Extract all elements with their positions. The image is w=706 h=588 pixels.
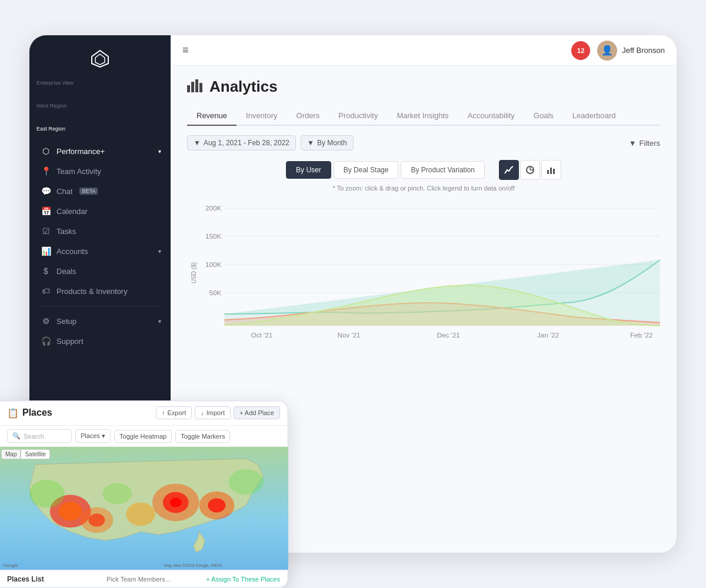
export-icon: ↑ <box>162 409 165 416</box>
places-footer: Places List + Assign To These Places <box>0 570 288 588</box>
svg-rect-11 <box>553 169 555 174</box>
svg-text:USD ($): USD ($) <box>191 262 197 283</box>
sidebar-item-calendar[interactable]: 📅 Calendar <box>29 201 171 221</box>
main-device: Enterprise View West Region East Region … <box>29 35 677 553</box>
page-title: Analytics <box>187 78 660 96</box>
tab-accountability[interactable]: Accountability <box>458 106 524 126</box>
analytics-title: Analytics <box>209 78 278 96</box>
analytics-tabs: Revenue Inventory Orders Productivity Ma… <box>187 106 660 126</box>
sidebar-item-support[interactable]: 🎧 Support <box>29 331 171 351</box>
sidebar-item-performance[interactable]: ⬡ Performance+ ▾ <box>29 141 171 161</box>
east-region[interactable]: East Region <box>36 126 171 132</box>
team-members-input[interactable] <box>106 576 201 583</box>
places-title-label: Places <box>22 407 52 418</box>
notification-badge: 12 <box>571 41 590 60</box>
user-menu-button[interactable]: 👤 Jeff Bronson <box>597 41 665 61</box>
tab-productivity[interactable]: Productivity <box>329 106 387 126</box>
enterprise-region[interactable]: Enterprise View <box>36 80 171 86</box>
sidebar-item-accounts[interactable]: 📊 Accounts ▾ <box>29 241 171 261</box>
products-icon: 🏷 <box>41 286 51 296</box>
filters-button[interactable]: ▼ Filters <box>629 139 660 148</box>
menu-toggle-button[interactable]: ≡ <box>182 44 189 56</box>
places-search[interactable]: 🔍 Search <box>7 429 72 443</box>
logo-icon <box>89 48 111 69</box>
accounts-icon: 📊 <box>41 246 51 256</box>
period-filter-label: By Month <box>317 139 347 147</box>
by-product-button[interactable]: By Product Variation <box>401 161 485 179</box>
tab-leaderboard[interactable]: Leaderboard <box>563 106 625 126</box>
chevron-down-icon: ▾ <box>158 318 161 325</box>
performance-icon: ⬡ <box>41 146 51 156</box>
assign-button[interactable]: + Assign To These Places <box>206 576 280 583</box>
places-map: Map Satellite <box>0 447 288 570</box>
bar-chart-button[interactable] <box>541 160 561 180</box>
sidebar-item-tasks[interactable]: ☑ Tasks <box>29 221 171 241</box>
add-place-button[interactable]: + Add Place <box>234 406 280 419</box>
tab-goals[interactable]: Goals <box>524 106 563 126</box>
export-button[interactable]: ↑ Export <box>156 406 192 419</box>
setup-icon: ⚙ <box>41 316 51 326</box>
tab-inventory[interactable]: Inventory <box>237 106 287 126</box>
by-user-button[interactable]: By User <box>286 161 331 179</box>
chevron-down-icon: ▾ <box>158 248 161 255</box>
chart-area: 200K 150K 100K 50K USD ($) <box>187 196 660 349</box>
svg-text:100K: 100K <box>205 261 222 268</box>
svg-text:Google: Google <box>3 563 18 568</box>
notifications-button[interactable]: 12 <box>571 41 590 60</box>
svg-rect-2 <box>187 85 190 92</box>
period-filter-chip[interactable]: ▼ By Month <box>301 135 354 151</box>
svg-text:50K: 50K <box>209 289 221 296</box>
sidebar-item-label: Support <box>56 337 84 346</box>
tab-market-insights[interactable]: Market Insights <box>387 106 458 126</box>
analytics-icon <box>187 78 204 96</box>
svg-text:Nov '21: Nov '21 <box>338 332 361 339</box>
by-deal-stage-button[interactable]: By Deal Stage <box>334 161 399 179</box>
filters-label: Filters <box>640 139 660 148</box>
svg-rect-10 <box>550 168 552 174</box>
revenue-chart: 200K 150K 100K 50K USD ($) <box>187 196 660 349</box>
map-tab-map[interactable]: Map <box>1 449 21 459</box>
nav-divider <box>39 306 161 306</box>
avatar: 👤 <box>597 41 617 61</box>
sidebar-item-label: Performance+ <box>56 147 105 156</box>
svg-rect-4 <box>195 79 198 92</box>
tab-revenue[interactable]: Revenue <box>187 106 237 126</box>
chat-icon: 💬 <box>41 186 51 196</box>
sidebar-item-label: Deals <box>56 267 76 276</box>
places-list-label: Places List <box>7 575 102 583</box>
sidebar-item-team-activity[interactable]: 📍 Team Activity <box>29 161 171 181</box>
sidebar-item-setup[interactable]: ⚙ Setup ▾ <box>29 311 171 331</box>
map-tab-satellite[interactable]: Satellite <box>21 449 50 459</box>
pie-chart-button[interactable] <box>520 160 540 180</box>
beta-badge: BETA <box>79 188 98 195</box>
search-icon: 🔍 <box>12 432 21 440</box>
sidebar-item-products[interactable]: 🏷 Products & Inventory <box>29 281 171 301</box>
calendar-icon: 📅 <box>41 206 51 216</box>
filter-icon: ▼ <box>194 139 201 147</box>
toggle-heatmap-button[interactable]: Toggle Heatmap <box>114 430 172 443</box>
svg-point-31 <box>170 498 182 507</box>
import-button[interactable]: ↓ Import <box>195 406 231 419</box>
user-name-label: Jeff Bronson <box>622 46 665 55</box>
top-header: ≡ 12 👤 Jeff Bronson <box>171 35 677 66</box>
sidebar-item-chat[interactable]: 💬 Chat BETA <box>29 181 171 201</box>
sidebar-item-deals[interactable]: $ Deals <box>29 261 171 281</box>
support-icon: 🎧 <box>41 336 51 346</box>
deals-icon: $ <box>41 266 51 276</box>
date-filter-chip[interactable]: ▼ Aug 1, 2021 - Feb 28, 2022 <box>187 135 296 151</box>
map-tabs: Map Satellite <box>1 449 50 459</box>
line-chart-button[interactable] <box>499 160 519 180</box>
places-title: 📋 Places <box>7 407 151 419</box>
toggle-markers-button[interactable]: Toggle Markers <box>175 430 230 443</box>
svg-point-38 <box>102 483 132 505</box>
places-dropdown-button[interactable]: Places ▾ <box>75 429 111 443</box>
svg-text:Jan '22: Jan '22 <box>537 332 559 339</box>
svg-text:Map data ©2019 Google, INEGI: Map data ©2019 Google, INEGI <box>164 563 222 568</box>
west-region[interactable]: West Region <box>36 103 171 109</box>
sidebar-item-label: Calendar <box>56 207 88 216</box>
tab-orders[interactable]: Orders <box>287 106 329 126</box>
svg-text:Dec '21: Dec '21 <box>437 332 460 339</box>
places-overlay: ⊞ 📅 📊 👤 ★ ⚑ 🗺 ⚙ ✦ 📋 Places ↑ Export <box>0 400 288 588</box>
sidebar-item-label: Setup <box>56 317 76 326</box>
svg-point-39 <box>228 469 264 495</box>
